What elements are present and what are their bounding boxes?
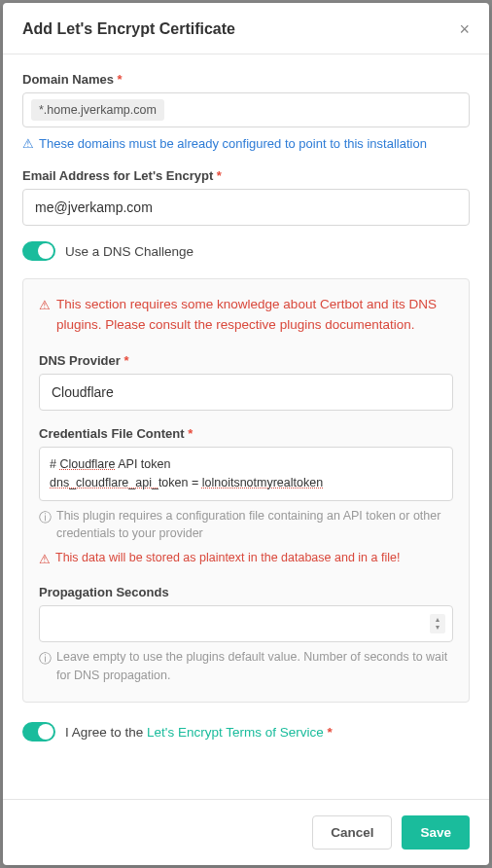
modal-footer: Cancel Save [3, 799, 489, 865]
domain-names-group: Domain Names * *.home.jverkamp.com These… [22, 72, 470, 153]
modal-dialog: Add Let's Encrypt Certificate × Domain N… [3, 3, 489, 865]
cancel-button[interactable]: Cancel [312, 815, 392, 850]
dns-challenge-toggle-row: Use a DNS Challenge [22, 241, 470, 261]
tos-link[interactable]: Let's Encrypt Terms of Service [147, 725, 324, 740]
dns-provider-select[interactable] [39, 374, 453, 411]
toggle-knob [38, 243, 53, 259]
propagation-group: Propagation Seconds ▴ ▾ Leave empty to u… [39, 585, 453, 685]
info-icon [39, 508, 52, 544]
warning-icon [22, 135, 34, 153]
dns-provider-group: DNS Provider * [39, 353, 453, 411]
info-icon [39, 649, 52, 685]
credentials-textarea[interactable]: # Cloudflare API tokendns_cloudflare_api… [39, 447, 453, 501]
email-group: Email Address for Let's Encrypt * [22, 168, 470, 226]
required-mark: * [118, 72, 123, 87]
domain-names-input[interactable]: *.home.jverkamp.com [22, 92, 470, 127]
required-mark: * [327, 725, 332, 740]
propagation-label: Propagation Seconds [39, 585, 453, 599]
modal-header: Add Let's Encrypt Certificate × [3, 3, 489, 54]
required-mark: * [123, 353, 128, 368]
propagation-input-wrap: ▴ ▾ [39, 605, 453, 642]
dns-provider-label: DNS Provider * [39, 353, 453, 368]
agree-toggle[interactable] [22, 722, 55, 741]
agree-text: I Agree to the Let's Encrypt Terms of Se… [65, 725, 333, 740]
warning-icon [39, 296, 51, 336]
agree-row: I Agree to the Let's Encrypt Terms of Se… [22, 722, 470, 741]
domain-names-info: These domains must be already configured… [22, 135, 470, 153]
required-mark: * [217, 168, 222, 183]
email-field[interactable] [22, 189, 470, 226]
domain-names-label: Domain Names * [22, 72, 470, 87]
propagation-helper: Leave empty to use the plugins default v… [39, 648, 453, 685]
modal-title: Add Let's Encrypt Certificate [22, 20, 235, 38]
email-label: Email Address for Let's Encrypt * [22, 168, 470, 183]
toggle-knob [38, 724, 53, 740]
required-mark: * [188, 426, 193, 441]
dns-section: This section requires some knowledge abo… [22, 278, 470, 703]
domain-tag[interactable]: *.home.jverkamp.com [31, 99, 164, 121]
save-button[interactable]: Save [402, 815, 470, 850]
dns-section-warning: This section requires some knowledge abo… [39, 295, 453, 336]
close-icon[interactable]: × [459, 20, 470, 38]
chevron-down-icon: ▾ [436, 624, 439, 632]
credentials-label: Credentials File Content * [39, 426, 453, 441]
dns-challenge-label: Use a DNS Challenge [65, 244, 193, 259]
credentials-group: Credentials File Content * # Cloudflare … [39, 426, 453, 569]
warning-icon [39, 550, 51, 569]
credentials-warning: This data will be stored as plaintext in… [39, 549, 453, 569]
dns-challenge-toggle[interactable] [22, 241, 55, 261]
modal-body: Domain Names * *.home.jverkamp.com These… [3, 54, 489, 799]
credentials-helper: This plugin requires a configuration fil… [39, 507, 453, 544]
stepper-icon[interactable]: ▴ ▾ [430, 614, 445, 633]
propagation-input[interactable] [39, 605, 453, 642]
